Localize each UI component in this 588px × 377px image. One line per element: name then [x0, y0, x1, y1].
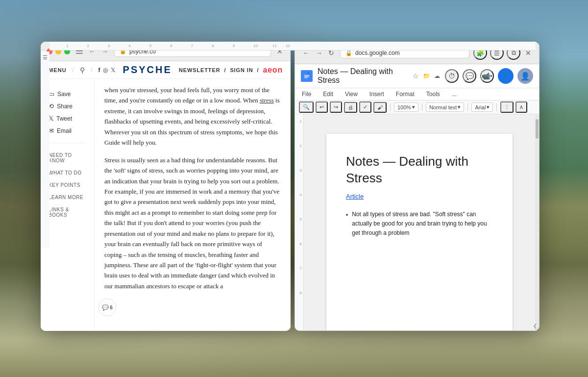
- menu-label[interactable]: MENU: [49, 67, 67, 73]
- right-lock-icon: 🔒: [345, 50, 352, 56]
- collapse-toolbar-button[interactable]: ∧: [515, 101, 527, 113]
- gdocs-page-area: 1 2 3 4 5 6 7 8 9 10 11 12: [304, 114, 535, 330]
- font-value: Arial: [475, 104, 486, 110]
- move-to-folder-icon[interactable]: 📁: [423, 73, 430, 79]
- doc-title: Notes — Dealing with Stress: [346, 153, 493, 187]
- print-button[interactable]: 🖨: [344, 102, 357, 113]
- doc-bullet-item: • Not all types of stress are bad. "Soft…: [346, 210, 493, 238]
- version-history-button[interactable]: ⏱: [445, 69, 459, 83]
- ruler-mark-8: 8: [295, 291, 303, 295]
- stress-link[interactable]: stress: [260, 97, 274, 104]
- search-zoom-icon: 🔍: [303, 104, 310, 110]
- page-wrapper: Notes — Dealing with Stress Article • No…: [309, 134, 530, 321]
- sidebar-item-links-books[interactable]: LINKS & BOOKS: [45, 204, 90, 220]
- bullet-text: Not all types of stress are bad. "Soft s…: [352, 210, 493, 238]
- left-ruler: 1 2 3 4 5 6 7 8: [295, 114, 304, 330]
- comments-button[interactable]: 💬: [463, 69, 476, 83]
- video-call-button[interactable]: 📹 ▾: [480, 69, 494, 83]
- more-tools-button[interactable]: ⋮: [500, 101, 514, 113]
- gdocs-header-left: Notes — Dealing with Stress ☆ 📁 ☁: [318, 67, 440, 85]
- zoom-chevron-icon: ▾: [412, 104, 415, 110]
- sidebar-item-need-to-know[interactable]: NEED TO KNOW: [45, 150, 90, 166]
- sidebar-item-learn-more[interactable]: LEARN MORE: [45, 192, 90, 202]
- cloud-save-icon[interactable]: ☁: [434, 73, 440, 79]
- svg-rect-3: [304, 75, 309, 75]
- menu-view[interactable]: View: [342, 89, 361, 99]
- gdocs-menu-bar: File Edit View Insert Format Tools ...: [295, 88, 539, 101]
- save-action[interactable]: ▭ Save: [45, 89, 90, 99]
- format-sep-4: [496, 103, 497, 111]
- format-sep-3: [467, 103, 468, 111]
- search-icon[interactable]: ⚲: [80, 66, 85, 74]
- social-icons: f ◎ 𝕏: [98, 67, 116, 74]
- ruler-mark-7: 7: [295, 266, 303, 271]
- redo-button[interactable]: ↪: [330, 101, 342, 113]
- vertical-scrollbar[interactable]: ❮: [535, 114, 539, 330]
- psyche-logo[interactable]: PSYCHE: [122, 64, 172, 75]
- user-account-avatar[interactable]: 👤: [498, 68, 514, 84]
- menu-edit[interactable]: Edit: [320, 89, 336, 99]
- sidebar-item-key-points[interactable]: KEY POINTS: [45, 180, 90, 190]
- sign-in-link[interactable]: SIGN IN: [230, 67, 253, 73]
- chat-count: 6: [110, 305, 113, 310]
- sidebar-divider: [49, 143, 86, 143]
- menu-format[interactable]: Format: [393, 89, 417, 99]
- chat-bubble[interactable]: 💬 6: [98, 299, 116, 316]
- user-profile-avatar[interactable]: 👤: [517, 68, 533, 84]
- gdocs-doc-title[interactable]: Notes — Dealing with Stress: [318, 67, 409, 85]
- star-icon[interactable]: ☆: [413, 72, 419, 80]
- psyche-navbar: MENU / ⚲ / f ◎ 𝕏 PSYCHE NEWSLETTER / SIG…: [41, 61, 291, 79]
- gdocs-logo-icon: [301, 70, 313, 82]
- windows-container: ← → 🔒 psyche.co ✕ MENU / ⚲ / f ◎ 𝕏 PSYCH…: [41, 42, 539, 331]
- left-browser-content: ▭ Save ⟲ Share 𝕏 Tweet ✉ Email NEED TO K…: [41, 79, 291, 331]
- share-label: Share: [57, 103, 73, 110]
- right-browser-window: ← → ↻ 🔒 docs.google.com 🧩 ☰ ⧉ ✕: [294, 42, 539, 331]
- share-action[interactable]: ⟲ Share: [45, 101, 90, 111]
- collapse-sidebar-button[interactable]: ❮: [531, 321, 539, 330]
- avatar-icon: 👤: [502, 72, 510, 80]
- bullet-dot: •: [346, 211, 348, 238]
- menu-insert[interactable]: Insert: [367, 89, 387, 99]
- psyche-right-nav: NEWSLETTER / SIGN IN / aeon: [179, 66, 283, 75]
- menu-tools[interactable]: Tools: [423, 89, 443, 99]
- scrollbar-thumb[interactable]: [536, 119, 539, 139]
- menu-more[interactable]: ...: [449, 89, 460, 99]
- instagram-icon[interactable]: ◎: [103, 67, 108, 74]
- paragraph-style-value: Normal text: [429, 104, 457, 110]
- gdocs-formatting-bar: 🔍 ↩ ↪ 🖨 ✓ 🖌 100% ▾ Normal text ▾ Arial ▾: [295, 101, 539, 114]
- aeon-logo[interactable]: aeon: [263, 66, 283, 75]
- svg-rect-4: [304, 76, 309, 77]
- ruler-mark-1: 1: [295, 119, 303, 124]
- newsletter-link[interactable]: NEWSLETTER: [179, 67, 220, 73]
- ruler-mark-4: 4: [295, 193, 303, 197]
- right-url-text: docs.google.com: [355, 50, 400, 56]
- zoom-value: 100%: [397, 104, 411, 110]
- zoom-control[interactable]: 🔍: [299, 101, 314, 113]
- sidebar-item-what-to-do[interactable]: WHAT TO DO: [45, 168, 90, 178]
- video-chevron: ▾: [490, 74, 492, 78]
- menu-file[interactable]: File: [299, 89, 314, 99]
- ruler-mark-2: 2: [295, 144, 303, 148]
- spellcheck-button[interactable]: ✓: [359, 101, 371, 113]
- gdocs-app-header: Notes — Dealing with Stress ☆ 📁 ☁ ⏱ 💬 📹 …: [295, 64, 539, 88]
- gdocs-page[interactable]: Notes — Dealing with Stress Article • No…: [326, 134, 513, 330]
- paragraph-style-dropdown[interactable]: Normal text ▾: [426, 102, 464, 112]
- svg-rect-5: [304, 77, 308, 78]
- tweet-action[interactable]: 𝕏 Tweet: [45, 113, 90, 124]
- font-chevron-icon: ▾: [487, 104, 490, 110]
- undo-button[interactable]: ↩: [316, 101, 328, 113]
- tweet-label: Tweet: [56, 115, 72, 122]
- email-label: Email: [57, 127, 72, 134]
- facebook-icon[interactable]: f: [98, 67, 100, 74]
- email-action[interactable]: ✉ Email: [45, 126, 90, 136]
- format-sep-1: [390, 103, 391, 111]
- twitter-icon[interactable]: 𝕏: [111, 67, 116, 74]
- divider3: /: [224, 67, 226, 73]
- zoom-dropdown[interactable]: 100% ▾: [394, 102, 418, 112]
- paint-format-button[interactable]: 🖌: [373, 102, 387, 113]
- left-browser-window: ← → 🔒 psyche.co ✕ MENU / ⚲ / f ◎ 𝕏 PSYCH…: [41, 42, 291, 331]
- font-dropdown[interactable]: Arial ▾: [471, 102, 493, 112]
- ruler-mark-5: 5: [295, 217, 303, 222]
- doc-article-link[interactable]: Article: [346, 193, 493, 200]
- ruler-mark-3: 3: [295, 168, 303, 173]
